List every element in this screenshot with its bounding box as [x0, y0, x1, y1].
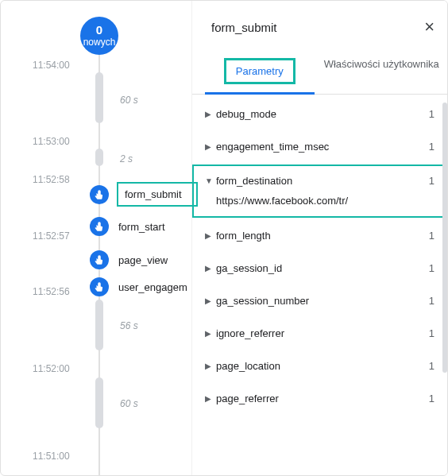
tab-user-properties-label: Właściwości użytkownika — [324, 58, 439, 70]
event-label: form_start — [118, 221, 165, 233]
touch-icon — [90, 250, 109, 269]
event-label: user_engagem — [118, 281, 187, 293]
param-key: form_destination — [216, 175, 424, 187]
touch-icon — [90, 185, 109, 204]
event-label: form_submit — [117, 182, 198, 207]
details-title: form_submit — [211, 21, 277, 34]
details-panel: form_submit × Parametry Właściwości użyt… — [191, 1, 448, 476]
tab-user-properties[interactable]: Właściwości użytkownika — [321, 50, 443, 94]
event-form-submit[interactable]: form_submit — [90, 182, 198, 207]
param-row-highlighted: ▼ form_destination 1 https://www.faceboo… — [192, 164, 448, 218]
event-user-engagement[interactable]: user_engagem — [90, 277, 187, 296]
param-key: form_length — [216, 230, 424, 242]
param-count: 1 — [424, 230, 434, 242]
close-icon[interactable]: × — [424, 18, 434, 36]
param-row[interactable]: ▶ debug_mode 1 — [192, 98, 448, 130]
param-row[interactable]: ▶ engagement_time_msec 1 — [192, 130, 448, 163]
gap-label: 60 s — [120, 398, 138, 409]
gap-label: 2 s — [120, 153, 133, 164]
event-form-start[interactable]: form_start — [90, 217, 165, 236]
param-row[interactable]: ▶ page_location 1 — [192, 350, 448, 382]
param-key: ignore_referrer — [216, 327, 424, 339]
param-key: debug_mode — [216, 108, 424, 120]
touch-icon — [90, 217, 109, 236]
param-count: 1 — [424, 141, 434, 153]
param-key: engagement_time_msec — [216, 141, 424, 153]
new-events-count: 0 — [96, 24, 102, 37]
param-key: ga_session_number — [216, 295, 424, 307]
timestamp: 11:52:00 — [33, 363, 70, 374]
event-label: page_view — [118, 254, 168, 266]
param-count: 1 — [424, 360, 434, 372]
timestamp: 11:52:56 — [33, 286, 70, 297]
chevron-down-icon: ▼ — [205, 176, 216, 185]
param-count: 1 — [424, 393, 434, 404]
param-count: 1 — [424, 262, 434, 274]
parameter-list[interactable]: ▶ debug_mode 1 ▶ engagement_time_msec 1 … — [192, 95, 448, 476]
timestamp: 11:54:00 — [33, 60, 70, 71]
chevron-right-icon: ▶ — [205, 394, 216, 403]
touch-icon — [90, 277, 109, 296]
timestamp: 11:52:57 — [33, 230, 70, 242]
param-row[interactable]: ▶ page_referrer 1 — [192, 382, 448, 415]
gap-label: 60 s — [120, 95, 138, 106]
chevron-right-icon: ▶ — [205, 142, 216, 151]
param-count: 1 — [424, 327, 434, 339]
timeline-gap — [95, 300, 103, 350]
timestamp: 11:53:00 — [33, 136, 70, 147]
param-key: page_referrer — [216, 393, 424, 404]
chevron-right-icon: ▶ — [205, 362, 216, 370]
timestamp: 11:51:00 — [33, 451, 70, 462]
tab-parameters-label: Parametry — [224, 58, 295, 84]
param-row[interactable]: ▶ ga_session_id 1 — [192, 252, 448, 284]
scrollbar[interactable] — [442, 103, 447, 373]
details-tabs: Parametry Właściwości użytkownika — [192, 50, 448, 95]
param-value: https://www.facebook.com/tr/ — [194, 192, 447, 216]
param-key: ga_session_id — [216, 262, 424, 274]
timestamp: 11:52:58 — [33, 174, 70, 185]
timeline-panel: 0 nowych 11:54:00 11:53:00 11:52:58 11:5… — [1, 1, 191, 476]
new-events-label: nowych — [83, 37, 116, 48]
details-header: form_submit × — [192, 1, 448, 50]
param-row[interactable]: ▶ ga_session_number 1 — [192, 284, 448, 317]
chevron-right-icon: ▶ — [205, 329, 216, 338]
event-page-view[interactable]: page_view — [90, 250, 168, 269]
tab-parameters[interactable]: Parametry — [199, 50, 321, 94]
gap-label: 56 s — [120, 320, 138, 331]
chevron-right-icon: ▶ — [205, 110, 216, 118]
param-row-form-destination[interactable]: ▼ form_destination 1 — [194, 166, 447, 192]
chevron-right-icon: ▶ — [205, 231, 216, 240]
param-key: page_location — [216, 360, 424, 372]
param-row[interactable]: ▶ ignore_referrer 1 — [192, 317, 448, 350]
param-count: 1 — [424, 175, 434, 187]
chevron-right-icon: ▶ — [205, 296, 216, 305]
chevron-right-icon: ▶ — [205, 264, 216, 273]
new-events-badge[interactable]: 0 nowych — [80, 17, 118, 55]
param-count: 1 — [424, 108, 434, 120]
param-count: 1 — [424, 295, 434, 307]
param-row[interactable]: ▶ form_length 1 — [192, 219, 448, 252]
timeline-gap — [95, 149, 103, 166]
timeline-gap — [95, 377, 103, 428]
timeline-gap — [95, 72, 103, 123]
